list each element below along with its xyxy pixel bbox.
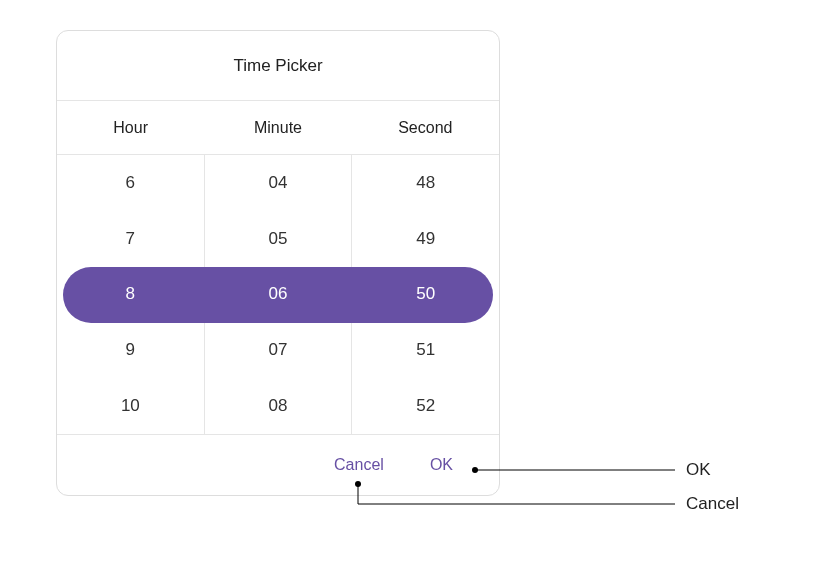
minute-header: Minute — [204, 101, 351, 154]
hour-option[interactable]: 6 — [57, 155, 204, 211]
time-picker: Time Picker Hour Minute Second 6 7 8 9 1… — [56, 30, 500, 496]
picker-body: 6 7 8 9 10 04 05 06 07 08 48 49 50 51 52 — [57, 155, 499, 435]
minute-option[interactable]: 04 — [205, 155, 352, 211]
callout-label-cancel: Cancel — [686, 494, 739, 514]
ok-button[interactable]: OK — [430, 456, 453, 474]
second-header: Second — [352, 101, 499, 154]
second-wheel[interactable]: 48 49 50 51 52 — [351, 155, 499, 434]
minute-option[interactable]: 05 — [205, 211, 352, 267]
picker-title: Time Picker — [57, 31, 499, 101]
hour-header: Hour — [57, 101, 204, 154]
second-option[interactable]: 52 — [352, 378, 499, 434]
second-option[interactable]: 48 — [352, 155, 499, 211]
minute-option[interactable]: 08 — [205, 378, 352, 434]
hour-option-selected[interactable]: 8 — [57, 267, 204, 323]
picker-column-headers: Hour Minute Second — [57, 101, 499, 155]
minute-option-selected[interactable]: 06 — [205, 267, 352, 323]
hour-option[interactable]: 7 — [57, 211, 204, 267]
hour-option[interactable]: 9 — [57, 322, 204, 378]
second-option[interactable]: 51 — [352, 322, 499, 378]
picker-footer: Cancel OK — [57, 435, 499, 495]
callout-label-ok: OK — [686, 460, 711, 480]
minute-wheel[interactable]: 04 05 06 07 08 — [204, 155, 352, 434]
cancel-button[interactable]: Cancel — [334, 456, 384, 474]
second-option[interactable]: 49 — [352, 211, 499, 267]
second-option-selected[interactable]: 50 — [352, 267, 499, 323]
hour-option[interactable]: 10 — [57, 378, 204, 434]
hour-wheel[interactable]: 6 7 8 9 10 — [57, 155, 204, 434]
minute-option[interactable]: 07 — [205, 322, 352, 378]
